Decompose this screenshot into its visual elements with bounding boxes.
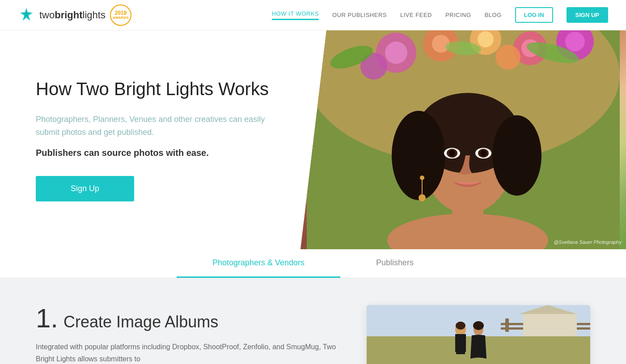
nav-link-our-publishers[interactable]: OUR PUBLISHERS <box>332 12 387 18</box>
svg-point-27 <box>449 150 455 156</box>
step-header: 1. Create Image Albums <box>36 305 340 332</box>
hero-desc2: Publishers can source photos with ease. <box>36 148 274 158</box>
login-button[interactable]: LOG IN <box>515 7 553 23</box>
svg-point-22 <box>492 115 541 196</box>
hero-signup-button[interactable]: Sign Up <box>36 176 134 201</box>
nav-links: HOW IT WORKS OUR PUBLISHERS LIVE FEED PR… <box>272 7 608 23</box>
svg-point-7 <box>432 35 450 53</box>
hero-title: How Two Bright Lights Works <box>36 78 274 100</box>
signup-button-nav[interactable]: SIGN UP <box>567 7 608 23</box>
nav-link-pricing[interactable]: PRICING <box>445 12 471 18</box>
hero-image-bg <box>300 30 626 249</box>
svg-point-50 <box>473 321 484 330</box>
svg-point-15 <box>495 45 520 70</box>
svg-point-13 <box>565 32 585 51</box>
hero-image: @Svetlana Sauer Photography <box>300 30 626 249</box>
step-number: 1. <box>36 305 58 332</box>
hero-section: How Two Bright Lights Works Photographer… <box>0 30 626 249</box>
svg-point-5 <box>385 42 407 64</box>
svg-rect-47 <box>455 334 460 352</box>
svg-rect-43 <box>523 314 577 336</box>
navigation: twobrightlights 2019 AWARDS HOW IT WORKS… <box>0 0 626 30</box>
tab-photographers-vendors[interactable]: Photographers & Vendors <box>177 249 340 278</box>
album-preview-card: Haines & Zink Captured by Ninds + Ashley… <box>367 305 590 364</box>
svg-point-30 <box>480 150 486 156</box>
svg-point-21 <box>392 111 445 200</box>
nav-link-blog[interactable]: BLOG <box>485 12 502 18</box>
svg-rect-48 <box>461 334 466 352</box>
logo-star-icon <box>18 7 35 24</box>
svg-point-31 <box>420 176 424 180</box>
content-layout: 1. Create Image Albums Integrated with p… <box>36 305 590 364</box>
svg-point-51 <box>456 322 465 330</box>
svg-rect-39 <box>505 318 509 332</box>
preview-photo-svg <box>367 305 590 364</box>
step-title: Create Image Albums <box>63 313 218 331</box>
tab-publishers[interactable]: Publishers <box>340 249 449 278</box>
hero-portrait-svg <box>300 30 626 249</box>
hero-content: How Two Bright Lights Works Photographer… <box>0 30 300 249</box>
tabs-section: Photographers & Vendors Publishers <box>0 249 626 278</box>
photo-credit: @Svetlana Sauer Photography <box>554 239 622 245</box>
brand-name: twobrightlights <box>39 9 106 21</box>
hero-desc1: Photographers, Planners, Venues and othe… <box>36 113 274 139</box>
award-badge: 2019 AWARDS <box>110 4 131 26</box>
step-description: Integrated with popular platforms includ… <box>36 341 340 364</box>
preview-image <box>367 305 590 364</box>
svg-point-9 <box>478 31 494 47</box>
svg-point-33 <box>419 194 426 201</box>
content-section: 1. Create Image Albums Integrated with p… <box>0 278 626 364</box>
logo-area[interactable]: twobrightlights 2019 AWARDS <box>18 4 131 26</box>
nav-link-live-feed[interactable]: LIVE FEED <box>400 12 432 18</box>
nav-link-how-it-works[interactable]: HOW IT WORKS <box>272 10 319 20</box>
content-text: 1. Create Image Albums Integrated with p… <box>36 305 340 364</box>
